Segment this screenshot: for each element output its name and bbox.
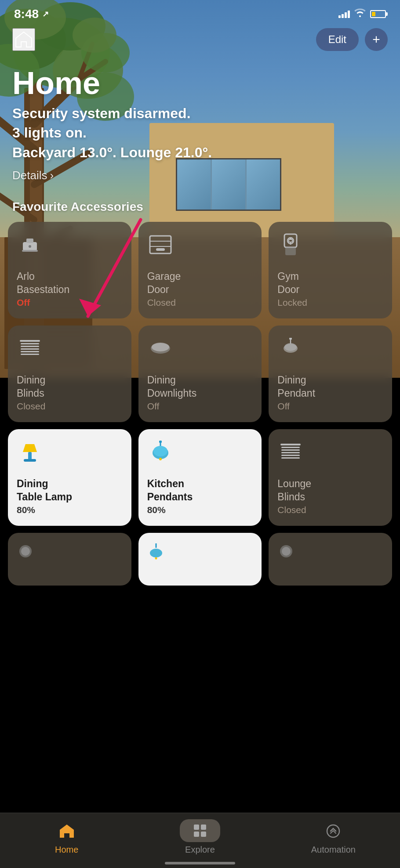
- svg-rect-59: [281, 457, 300, 459]
- tile-garage-label: GarageDoor: [147, 270, 181, 297]
- edit-button[interactable]: Edit: [316, 28, 359, 51]
- tile-dining-blinds-label: DiningBlinds: [17, 374, 45, 400]
- hero-subtitle: Security system disarmed. 3 lights on. B…: [12, 104, 388, 163]
- svg-rect-28: [284, 234, 297, 247]
- svg-point-53: [159, 458, 162, 460]
- tile-lounge-blinds[interactable]: LoungeBlinds Closed: [269, 429, 392, 526]
- accessories-title: Favourite Accessories: [0, 188, 400, 222]
- add-button[interactable]: +: [365, 28, 388, 51]
- dining-table-lamp-icon: [17, 439, 43, 465]
- nav-home[interactable]: Home: [0, 824, 133, 855]
- tile-dining-table-lamp-label: DiningTable Lamp: [17, 477, 72, 504]
- home-tab-icon: [59, 824, 75, 842]
- svg-rect-39: [21, 354, 39, 355]
- svg-point-61: [21, 547, 30, 556]
- signal-bars-icon: [338, 10, 350, 18]
- dining-blinds-icon: [17, 335, 43, 362]
- garage-door-icon: [147, 231, 174, 258]
- svg-rect-34: [20, 340, 40, 342]
- tile-arlo-basestation[interactable]: ArloBasestation Off: [8, 222, 131, 318]
- svg-rect-36: [21, 346, 39, 347]
- status-icons: [338, 8, 386, 20]
- svg-marker-46: [23, 444, 37, 452]
- nav-explore[interactable]: Explore: [133, 819, 266, 855]
- svg-rect-69: [194, 832, 199, 837]
- svg-point-44: [284, 343, 297, 351]
- tile-garage-door[interactable]: GarageDoor Closed: [138, 222, 262, 318]
- svg-rect-68: [201, 825, 206, 830]
- tile-gym-door[interactable]: GymDoor Locked: [269, 222, 392, 318]
- home-nav-button[interactable]: [12, 28, 35, 51]
- svg-rect-56: [281, 449, 300, 451]
- tile-arlo-label: ArloBasestation: [17, 270, 69, 297]
- svg-rect-58: [281, 455, 300, 456]
- tile-dining-blinds-status: Closed: [17, 401, 45, 412]
- tile-lounge-blinds-label: LoungeBlinds: [277, 477, 311, 504]
- kitchen-pendants-icon: [147, 439, 174, 465]
- svg-rect-33: [285, 247, 296, 255]
- details-link[interactable]: Details ›: [12, 169, 54, 182]
- svg-rect-21: [26, 239, 33, 243]
- peek-tile-left[interactable]: [8, 533, 131, 586]
- svg-point-32: [290, 237, 292, 239]
- peek-tile-center[interactable]: [138, 533, 262, 586]
- svg-point-63: [150, 549, 162, 557]
- svg-rect-37: [21, 348, 39, 350]
- tile-dining-blinds[interactable]: DiningBlinds Closed: [8, 326, 131, 422]
- svg-rect-55: [281, 447, 300, 448]
- svg-point-66: [282, 547, 291, 556]
- header-nav: Edit +: [0, 25, 400, 58]
- home-title: Home: [12, 67, 388, 100]
- svg-rect-57: [281, 452, 300, 453]
- tile-kitchen-pendants-status: 80%: [147, 505, 166, 515]
- svg-rect-30: [289, 239, 292, 242]
- tile-dining-downlights[interactable]: DiningDownlights Off: [138, 326, 262, 422]
- tile-dining-table-lamp[interactable]: DiningTable Lamp 80%: [8, 429, 131, 526]
- svg-rect-45: [289, 338, 292, 340]
- wifi-icon: [354, 8, 366, 20]
- tile-kitchen-pendants[interactable]: KitchenPendants 80%: [138, 429, 262, 526]
- tile-dining-downlights-status: Off: [147, 401, 160, 412]
- status-bar: 8:48 ↗: [0, 0, 400, 25]
- svg-point-64: [155, 557, 157, 559]
- dining-downlights-icon: [147, 335, 174, 362]
- svg-rect-38: [21, 351, 39, 352]
- automation-icon: [325, 824, 342, 842]
- tile-kitchen-pendants-label: KitchenPendants: [147, 477, 193, 504]
- svg-rect-47: [28, 452, 32, 460]
- tile-dining-pendant-label: DiningPendant: [277, 374, 315, 400]
- tile-gym-status: Locked: [277, 297, 307, 308]
- tile-dining-table-lamp-status: 80%: [17, 505, 35, 515]
- tile-gym-label: GymDoor: [277, 270, 299, 297]
- accessories-section: Favourite Accessories ArloBasestation Of…: [0, 188, 400, 651]
- svg-rect-70: [201, 832, 206, 837]
- svg-point-51: [153, 446, 167, 456]
- location-icon: ↗: [42, 9, 49, 19]
- svg-point-41: [152, 343, 169, 351]
- battery-icon: [370, 10, 386, 18]
- home-icon: [15, 31, 33, 48]
- header-actions: Edit +: [316, 28, 388, 51]
- svg-rect-48: [24, 459, 36, 462]
- status-time: 8:48 ↗: [14, 7, 49, 21]
- explore-tab-label: Explore: [185, 845, 215, 855]
- dining-pendant-icon: [277, 335, 304, 362]
- tile-garage-status: Closed: [147, 297, 176, 308]
- svg-rect-22: [22, 250, 38, 252]
- svg-rect-35: [21, 343, 39, 344]
- explore-pill: [180, 819, 220, 842]
- peek-tile-right[interactable]: [269, 533, 392, 586]
- lounge-blinds-icon: [277, 439, 304, 465]
- gym-door-icon: [277, 231, 304, 258]
- tile-dining-downlights-label: DiningDownlights: [147, 374, 197, 400]
- svg-rect-52: [159, 441, 162, 443]
- basestation-icon: [17, 231, 43, 258]
- automation-tab-label: Automation: [311, 845, 356, 855]
- tile-dining-pendant-status: Off: [277, 401, 290, 412]
- tile-lounge-blinds-status: Closed: [277, 505, 306, 515]
- hero-text: Home Security system disarmed. 3 lights …: [0, 58, 400, 188]
- svg-rect-54: [280, 444, 301, 445]
- nav-automation[interactable]: Automation: [267, 824, 400, 855]
- tile-dining-pendant[interactable]: DiningPendant Off: [269, 326, 392, 422]
- svg-rect-27: [156, 248, 165, 251]
